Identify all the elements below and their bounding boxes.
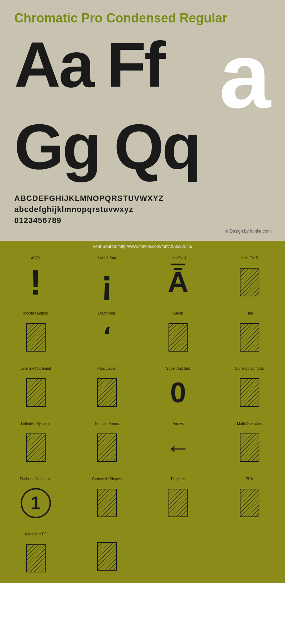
display-greek — [169, 318, 188, 357]
label-mathops: Math Operators — [237, 422, 261, 426]
svg-rect-3 — [27, 324, 45, 351]
glyph-grid: ASCII ! Latin 1 Sup ¡ Latin Ext A Ā L — [0, 252, 285, 583]
svg-rect-25 — [240, 489, 259, 516]
label-currency: Currency Symbols — [235, 367, 264, 370]
label-ascii: ASCII — [31, 256, 40, 260]
display-mathops — [240, 429, 259, 467]
label-letterlike: Letterlike Symbols — [21, 422, 50, 426]
label-alphabeticpf: Alphabetic PF — [25, 532, 47, 536]
hatched-alphabeticpf — [26, 544, 46, 572]
svg-rect-17 — [98, 434, 116, 461]
glyph-cell-ascii: ASCII ! — [0, 252, 71, 307]
font-source-bar: Font Source: http://www.fontke.com/font/… — [0, 241, 285, 252]
display-arrows: ← — [166, 429, 191, 467]
char-a-macron: Ā — [168, 266, 188, 298]
glyph-cell-latinexta: Latin Ext A Ā — [142, 252, 214, 307]
svg-rect-5 — [169, 324, 187, 351]
letter-pair-aa: Aa — [14, 33, 93, 97]
label-geoshapes: Geometric Shapes — [92, 477, 122, 481]
label-latinextadd: Latin Ext Additional — [20, 367, 51, 370]
hatched-currency — [240, 378, 259, 407]
font-title: Chromatic Pro Condensed Regular — [14, 11, 271, 26]
display-latin1sup: ¡ — [101, 263, 113, 301]
label-pua: PUA — [246, 477, 253, 481]
digits-line: 0123456789 — [14, 215, 271, 226]
label-superandsub: Super And Sub — [166, 367, 190, 370]
large-letters-row1: Aa Ff a — [14, 33, 271, 111]
char-zero: 0 — [170, 378, 186, 407]
svg-rect-11 — [98, 379, 116, 406]
preview-section: Chromatic Pro Condensed Regular Aa Ff a … — [0, 0, 285, 241]
label-enclosednum: Enclosed Alphanum — [20, 477, 51, 481]
char-arrow-left: ← — [166, 435, 191, 460]
svg-rect-29 — [98, 543, 116, 570]
display-dingbats — [169, 484, 188, 522]
glyph-cell-diacriticals: Diacriticals ʻ — [71, 307, 142, 362]
display-alphabeticpf — [26, 539, 46, 577]
char-inv-exclaim: ¡ — [101, 264, 113, 300]
hatched-latinextadd — [26, 378, 46, 407]
display-thai — [240, 318, 259, 357]
svg-rect-13 — [240, 379, 259, 406]
label-numberforms: Number Forms — [95, 422, 119, 426]
display-latinexta: Ā — [168, 263, 188, 301]
big-letter-white: a — [219, 29, 271, 122]
display-modifier — [26, 318, 46, 357]
glyph-cell-latin1sup: Latin 1 Sup ¡ — [71, 252, 142, 307]
display-ascii: ! — [30, 263, 41, 301]
hatched-extra — [97, 542, 117, 571]
glyph-cell-pua: PUA — [214, 473, 285, 528]
display-letterlike — [26, 429, 46, 467]
display-currency — [240, 373, 259, 412]
glyph-cell-alphabeticpf: Alphabetic PF — [0, 528, 71, 583]
hatched-letterlike — [26, 433, 46, 462]
glyph-cell-enclosednum: Enclosed Alphanum 1 — [0, 473, 71, 528]
svg-rect-1 — [240, 269, 259, 296]
lowercase-line: abcdefghijklmnopqrstuvwxyz — [14, 204, 271, 215]
glyph-cell-extra — [71, 528, 142, 583]
hatched-mathops — [240, 433, 259, 462]
label-punctuation: Punctuation — [98, 367, 116, 370]
alphabet-display: ABCDEFGHIJKLMNOPQRSTUVWXYZ abcdefghijklm… — [14, 193, 271, 226]
letter-pair-ff: Ff — [107, 33, 164, 97]
glyph-cell-latinextadd: Latin Ext Additional — [0, 362, 71, 417]
svg-rect-19 — [240, 434, 259, 461]
glyph-cell-geoshapes: Geometric Shapes — [71, 473, 142, 528]
display-extra — [97, 535, 117, 577]
display-superandsub: 0 — [170, 373, 186, 412]
display-diacriticals: ʻ — [103, 318, 111, 357]
display-enclosednum: 1 — [21, 484, 51, 522]
glyph-cell-arrows: Arrows ← — [142, 417, 214, 473]
hatched-dingbats — [169, 489, 188, 517]
label-arrows: Arrows — [172, 422, 183, 426]
glyph-cell-letterlike: Letterlike Symbols — [0, 417, 71, 473]
hatched-latinextb — [240, 268, 259, 296]
uppercase-line: ABCDEFGHIJKLMNOPQRSTUVWXYZ — [14, 193, 271, 204]
char-circled-1: 1 — [21, 488, 51, 518]
glyph-cell-thai: Thai — [214, 307, 285, 362]
hatched-modifier — [26, 323, 46, 352]
char-exclaim: ! — [30, 264, 41, 300]
svg-rect-27 — [27, 545, 45, 572]
glyph-cell-latinextb: Latin Ext B — [214, 252, 285, 307]
display-latinextb — [240, 263, 259, 301]
glyph-cell-punctuation: Punctuation — [71, 362, 142, 417]
svg-rect-15 — [27, 434, 45, 461]
display-pua — [240, 484, 259, 522]
letter-pair-gg: Gg — [14, 115, 100, 179]
glyph-cell-numberforms: Number Forms — [71, 417, 142, 473]
display-numberforms — [97, 429, 117, 467]
svg-rect-21 — [98, 489, 116, 516]
label-greek: Greek — [173, 311, 183, 315]
hatched-geoshapes — [97, 489, 117, 517]
letter-pair-qq: Qq — [114, 115, 200, 179]
glyph-cell-greek: Greek — [142, 307, 214, 362]
display-latinextadd — [26, 373, 46, 412]
label-modifier: Modifier Letters — [24, 311, 48, 315]
label-latinextb: Latin Ext B — [241, 256, 258, 260]
glyph-cell-mathops: Math Operators — [214, 417, 285, 473]
svg-rect-23 — [169, 489, 187, 516]
glyph-cell-dingbats: Dingbats — [142, 473, 214, 528]
label-dingbats: Dingbats — [171, 477, 185, 481]
label-latinexta: Latin Ext A — [170, 256, 187, 260]
